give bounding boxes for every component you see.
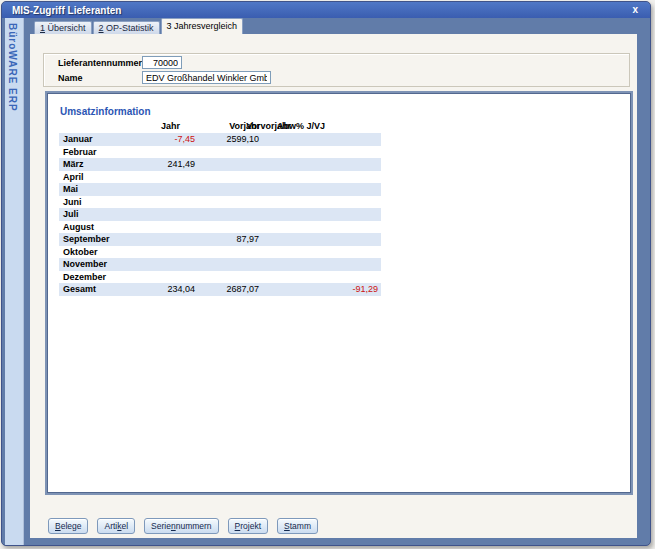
- value-cell: -7,45: [159, 134, 198, 144]
- brand-sidebar: BüroWARE ERP: [5, 18, 24, 546]
- value-cell: 241,49: [159, 159, 198, 169]
- sales-row-oktober: Oktober: [59, 246, 381, 259]
- supplier-header-groupbox: Lieferantennummer Name: [43, 53, 630, 87]
- main-column: 1 Übersicht2 OP-Statistik3 Jahresverglei…: [30, 18, 637, 538]
- artikel-button[interactable]: Artikel: [97, 518, 135, 534]
- seriennummern-button[interactable]: Seriennummern: [144, 518, 218, 534]
- month-label: November: [59, 259, 159, 269]
- sales-row-august: August: [59, 221, 381, 234]
- sales-section-title: Umsatzinformation: [60, 106, 631, 117]
- projekt-button[interactable]: Projekt: [228, 518, 268, 534]
- sales-table-body: Januar-7,452599,10FebruarMärz241,49April…: [59, 133, 381, 296]
- sales-row-juni: Juni: [59, 196, 381, 209]
- value-cell: 2599,10: [198, 134, 262, 144]
- month-label: Juli: [59, 209, 159, 219]
- sales-row-mai: Mai: [59, 183, 381, 196]
- value-cell: 2687,07: [198, 284, 262, 294]
- column-header-abw: Abw% J/VJ: [277, 121, 325, 131]
- month-label: März: [59, 159, 159, 169]
- supplier-number-input[interactable]: [142, 56, 182, 69]
- month-label: August: [59, 222, 159, 232]
- sales-table-header: JahrVorjahrVorvorjahrAbw% J/VJ: [59, 121, 381, 133]
- brand-logo-text: BüroWARE ERP: [7, 23, 18, 112]
- mis-window: MIS-Zugriff Lieferanten x BüroWARE ERP 1…: [1, 1, 651, 546]
- tab-2-op-statistik[interactable]: 2 OP-Statistik: [93, 21, 160, 34]
- sales-row-juli: Juli: [59, 208, 381, 221]
- sales-row-maerz: März241,49: [59, 158, 381, 171]
- sales-row-september: September87,97: [59, 233, 381, 246]
- sales-row-april: April: [59, 171, 381, 184]
- supplier-name-row: Name: [58, 71, 629, 84]
- supplier-number-row: Lieferantennummer: [58, 56, 629, 69]
- title-bar: MIS-Zugriff Lieferanten x: [2, 2, 650, 18]
- month-label: Februar: [59, 147, 159, 157]
- window-title: MIS-Zugriff Lieferanten: [12, 5, 628, 16]
- sales-panel: Umsatzinformation JahrVorjahrVorvorjahrA…: [45, 91, 633, 495]
- sales-row-gesamt: Gesamt234,042687,07-91,29: [59, 283, 381, 296]
- stamm-button[interactable]: Stamm: [277, 518, 318, 534]
- value-cell: 87,97: [198, 234, 262, 244]
- month-label: Juni: [59, 197, 159, 207]
- value-cell: 234,04: [159, 284, 198, 294]
- supplier-name-label: Name: [58, 73, 142, 83]
- tab-3-jahresvergleich[interactable]: 3 Jahresvergleich: [161, 18, 244, 34]
- value-cell: -91,29: [318, 284, 381, 294]
- month-label: Januar: [59, 134, 159, 144]
- tab-1-übersicht[interactable]: 1 Übersicht: [34, 21, 92, 34]
- month-label: September: [59, 234, 159, 244]
- belege-button[interactable]: Belege: [48, 518, 88, 534]
- client-area: Lieferantennummer Name Umsatzinformation…: [30, 34, 637, 538]
- sales-row-februar: Februar: [59, 146, 381, 159]
- bottom-button-row: BelegeArtikelSeriennummernProjektStamm: [48, 518, 318, 534]
- month-label: Oktober: [59, 247, 159, 257]
- month-label: Mai: [59, 184, 159, 194]
- sales-table: JahrVorjahrVorvorjahrAbw% J/VJ Januar-7,…: [59, 121, 381, 296]
- month-label: Gesamt: [59, 284, 159, 294]
- tab-strip: 1 Übersicht2 OP-Statistik3 Jahresverglei…: [30, 18, 637, 34]
- supplier-number-label: Lieferantennummer: [58, 58, 142, 68]
- column-header-jahr: Jahr: [161, 121, 180, 131]
- month-label: April: [59, 172, 159, 182]
- sales-row-januar: Januar-7,452599,10: [59, 133, 381, 146]
- window-frame: BüroWARE ERP 1 Übersicht2 OP-Statistik3 …: [2, 18, 650, 546]
- sales-row-november: November: [59, 258, 381, 271]
- supplier-name-input[interactable]: [142, 71, 271, 84]
- sales-row-dezember: Dezember: [59, 271, 381, 284]
- close-icon[interactable]: x: [628, 4, 642, 16]
- month-label: Dezember: [59, 272, 159, 282]
